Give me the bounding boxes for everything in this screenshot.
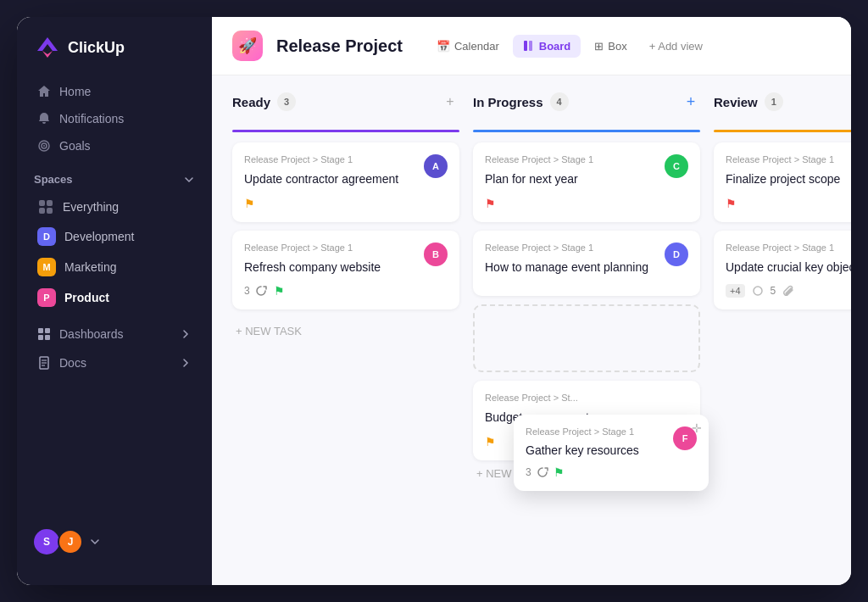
column-inprogress-add-btn[interactable]: +	[682, 92, 700, 111]
calendar-view-btn[interactable]: 📅 Calendar	[426, 35, 509, 58]
home-label: Home	[59, 85, 91, 98]
board-icon	[523, 40, 535, 52]
app-name: ClickUp	[68, 39, 125, 57]
card-c2-flag: ⚑	[274, 284, 285, 298]
card-c1-avatar: A	[424, 154, 448, 178]
goals-label: Goals	[59, 139, 91, 153]
logo[interactable]: ClickUp	[17, 34, 212, 78]
card-c1-title: Update contractor agreement	[244, 171, 448, 188]
card-dashed	[473, 304, 700, 372]
dashboards-icon	[37, 327, 51, 341]
svg-rect-11	[38, 335, 43, 340]
card-c1[interactable]: Release Project > Stage 1 Update contrac…	[232, 142, 459, 222]
user-avatar-2: J	[58, 529, 83, 555]
svg-rect-8	[47, 208, 53, 214]
card-c1-meta: Release Project > Stage 1	[244, 154, 448, 164]
ready-new-task-btn[interactable]: + NEW TASK	[232, 318, 459, 344]
chevron-right-docs-icon	[180, 357, 192, 369]
goals-icon	[37, 139, 51, 153]
user-footer[interactable]: S J	[17, 516, 212, 568]
floating-card[interactable]: Release Project > Stage 1 Gather key res…	[514, 415, 709, 491]
chevron-right-icon	[180, 328, 192, 340]
sidebar-item-docs[interactable]: Docs	[27, 348, 202, 377]
docs-label: Docs	[59, 356, 86, 370]
column-inprogress-bar	[473, 130, 700, 132]
card-c2-stat-count: 3	[244, 285, 250, 297]
card-c2[interactable]: Release Project > Stage 1 Refresh compan…	[232, 231, 459, 310]
add-view-button[interactable]: + Add view	[641, 35, 711, 58]
svg-rect-10	[45, 328, 50, 333]
move-icon: ✛	[692, 421, 702, 435]
sidebar-bottom-nav: Dashboards Docs	[17, 320, 212, 377]
everything-label: Everything	[63, 200, 119, 214]
column-review-count: 1	[765, 92, 783, 111]
spaces-section: Spaces	[17, 159, 212, 192]
column-ready-add-btn[interactable]: +	[441, 92, 459, 111]
svg-point-4	[43, 145, 45, 147]
svg-rect-5	[39, 200, 45, 206]
spaces-label: Spaces	[34, 173, 73, 186]
svg-rect-7	[39, 208, 45, 214]
svg-point-21	[754, 287, 762, 295]
product-label: Product	[64, 291, 109, 304]
card-c8-extras-count: 5	[771, 285, 776, 297]
card-c7-meta: Release Project > Stage 1	[726, 154, 851, 164]
bell-icon	[37, 112, 51, 125]
column-ready: Ready 3 + Release Project > Stage 1 Upda…	[232, 92, 459, 344]
column-review-title: Review	[714, 95, 758, 109]
marketing-dot: M	[37, 258, 56, 276]
column-ready-header: Ready 3 +	[232, 92, 459, 120]
column-review: Review 1 Release Project > Stage 1 Final…	[714, 92, 851, 318]
docs-icon	[37, 356, 51, 370]
project-title: Release Project	[276, 36, 403, 56]
box-view-btn[interactable]: ⊞ Box	[584, 35, 637, 58]
card-c4[interactable]: Release Project > Stage 1 How to manage …	[473, 231, 700, 297]
card-c1-flag: ⚑	[244, 197, 255, 210]
svg-rect-6	[47, 200, 53, 206]
board-view-btn[interactable]: Board	[513, 35, 581, 58]
column-inprogress-title: In Progress	[473, 95, 543, 109]
card-c7-flag: ⚑	[726, 197, 737, 210]
sidebar-nav: Home Notifications Goals	[17, 78, 212, 159]
dashboards-label: Dashboards	[59, 327, 124, 341]
marketing-label: Marketing	[64, 260, 116, 274]
card-c4-meta: Release Project > Stage 1	[485, 242, 688, 253]
sidebar-item-product[interactable]: P Product	[27, 282, 202, 313]
card-c8-extras-badge: +4	[726, 284, 745, 298]
check-circle-icon	[752, 285, 764, 297]
box-label: Box	[608, 40, 626, 53]
sidebar-item-dashboards[interactable]: Dashboards	[27, 320, 202, 348]
column-ready-title: Ready	[232, 95, 270, 109]
card-c6-meta: Release Project > St...	[485, 393, 688, 403]
sidebar-item-notifications[interactable]: Notifications	[27, 105, 202, 132]
sidebar-item-development[interactable]: D Development	[27, 221, 202, 252]
card-c8[interactable]: Release Project > Stage 1 Update crucial…	[714, 231, 851, 310]
sidebar-item-goals[interactable]: Goals	[27, 132, 202, 159]
card-c3-title: Plan for next year	[485, 171, 688, 188]
svg-marker-1	[42, 51, 53, 58]
product-dot: P	[37, 288, 56, 307]
column-ready-bar	[232, 130, 459, 132]
calendar-label: Calendar	[454, 40, 499, 53]
sidebar-item-everything[interactable]: Everything	[27, 192, 202, 221]
column-ready-count: 3	[277, 92, 296, 111]
card-c2-avatar: B	[424, 242, 448, 266]
sidebar-item-marketing[interactable]: M Marketing	[27, 252, 202, 282]
card-c8-extras: +4 5	[726, 284, 851, 298]
card-c3[interactable]: Release Project > Stage 1 Plan for next …	[473, 142, 700, 222]
column-review-bar	[714, 130, 851, 132]
card-c2-title: Refresh company website	[244, 259, 448, 276]
card-c4-title: How to manage event planning	[485, 259, 688, 276]
card-c7[interactable]: Release Project > Stage 1 Finalize proje…	[714, 142, 851, 222]
card-c3-flag: ⚑	[485, 197, 496, 210]
ready-new-task-label: + NEW TASK	[236, 325, 302, 337]
card-c8-title: Update crucial key objectives	[726, 259, 851, 276]
card-c2-meta: Release Project > Stage 1	[244, 242, 448, 253]
column-inprogress-count: 4	[550, 92, 569, 111]
clickup-logo-icon	[34, 34, 61, 61]
calendar-icon: 📅	[437, 40, 450, 53]
svg-rect-12	[45, 335, 50, 340]
spaces-list: Everything D Development M Marketing P P…	[17, 192, 212, 313]
notifications-label: Notifications	[59, 112, 124, 125]
sidebar-item-home[interactable]: Home	[27, 78, 202, 105]
